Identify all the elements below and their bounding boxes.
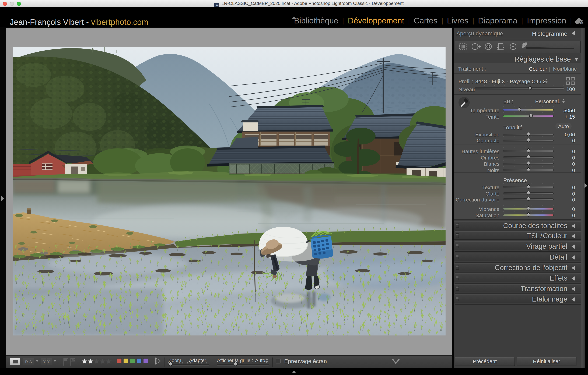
svg-text:!: ! <box>581 21 582 24</box>
